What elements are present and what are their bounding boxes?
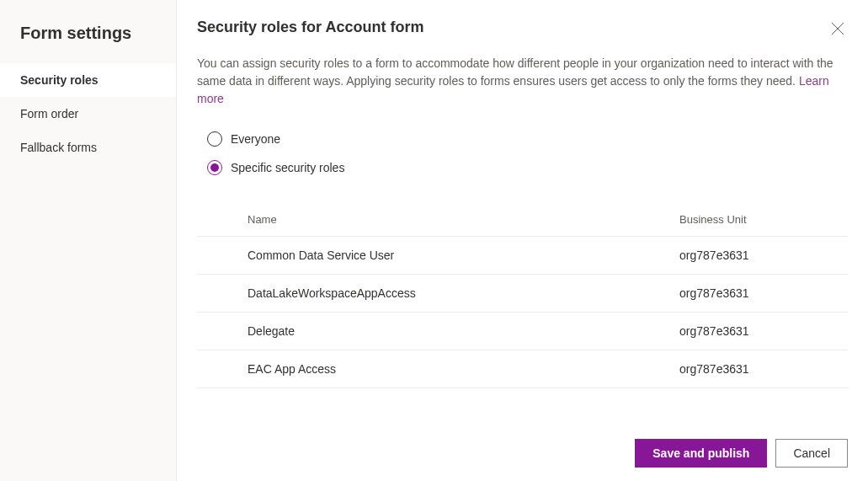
radio-label: Everyone: [231, 132, 280, 146]
cancel-button[interactable]: Cancel: [775, 439, 848, 468]
table-header-row: Name Business Unit: [197, 203, 848, 237]
radio-everyone[interactable]: Everyone: [207, 131, 848, 147]
sidebar-title: Form settings: [0, 0, 176, 63]
cell-name: EAC App Access: [197, 350, 673, 388]
sidebar-item-fallback-forms[interactable]: Fallback forms: [0, 131, 176, 164]
roles-table-scroll[interactable]: Name Business Unit Common Data Service U…: [197, 202, 848, 408]
close-button[interactable]: [828, 19, 848, 41]
cell-name: Common Data Service User: [197, 237, 673, 275]
cell-name: Delegate: [197, 313, 673, 350]
main-header: Security roles for Account form: [177, 0, 868, 41]
sidebar: Form settings Security roles Form order …: [0, 0, 177, 481]
table-row[interactable]: Common Data Service Userorg787e3631: [197, 237, 848, 275]
roles-table: Name Business Unit Common Data Service U…: [197, 203, 848, 388]
radio-label: Specific security roles: [231, 161, 344, 174]
table-row[interactable]: Delegateorg787e3631: [197, 313, 848, 350]
cell-business-unit: org787e3631: [673, 237, 848, 275]
radio-circle-selected-icon: [207, 160, 222, 175]
sidebar-item-form-order[interactable]: Form order: [0, 97, 176, 131]
description-body: You can assign security roles to a form …: [197, 56, 833, 88]
cell-business-unit: org787e3631: [673, 313, 848, 350]
footer: Save and publish Cancel: [615, 425, 868, 481]
table-row[interactable]: EAC App Accessorg787e3631: [197, 350, 848, 388]
column-header-name[interactable]: Name: [197, 203, 673, 237]
cell-name: DataLakeWorkspaceAppAccess: [197, 275, 673, 313]
column-header-business-unit[interactable]: Business Unit: [673, 203, 848, 237]
save-and-publish-button[interactable]: Save and publish: [635, 439, 767, 468]
description-text: You can assign security roles to a form …: [177, 41, 868, 108]
radio-specific[interactable]: Specific security roles: [207, 160, 848, 175]
sidebar-item-security-roles[interactable]: Security roles: [0, 63, 176, 97]
page-title: Security roles for Account form: [197, 19, 423, 36]
sidebar-item-label: Fallback forms: [20, 141, 97, 154]
radio-circle-icon: [207, 131, 222, 147]
main-panel: Security roles for Account form You can …: [177, 0, 868, 481]
cell-business-unit: org787e3631: [673, 275, 848, 313]
sidebar-item-label: Security roles: [20, 73, 99, 87]
roles-table-container: Name Business Unit Common Data Service U…: [197, 202, 848, 408]
radio-dot-icon: [210, 163, 219, 172]
radio-group: Everyone Specific security roles: [177, 108, 868, 195]
table-row[interactable]: DataLakeWorkspaceAppAccessorg787e3631: [197, 275, 848, 313]
sidebar-item-label: Form order: [20, 107, 78, 120]
close-icon: [831, 22, 844, 35]
cell-business-unit: org787e3631: [673, 350, 848, 388]
